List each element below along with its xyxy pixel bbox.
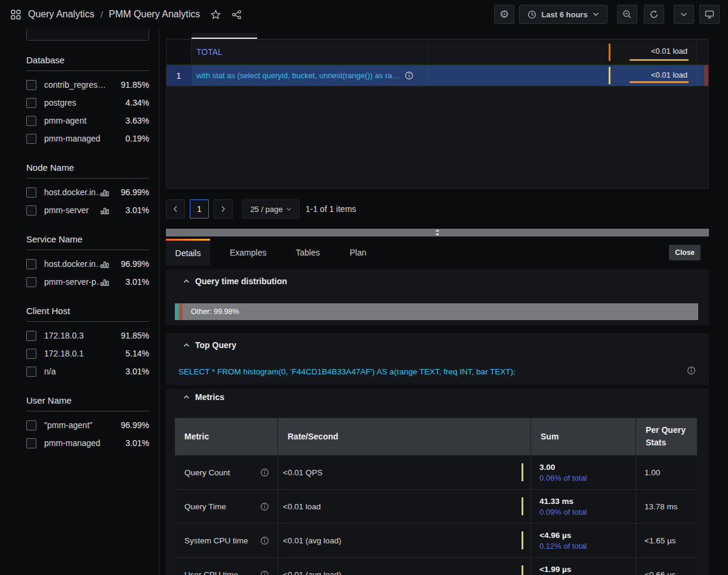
- page-1-button[interactable]: 1: [190, 199, 209, 219]
- sum-percent-link[interactable]: 0.09% of total: [539, 508, 636, 516]
- close-button[interactable]: Close: [669, 245, 701, 260]
- sidebar-scrollbar[interactable]: [159, 29, 159, 575]
- metric-per-query: 1.00: [644, 468, 660, 477]
- checkbox[interactable]: [26, 205, 36, 216]
- refresh-button[interactable]: [644, 5, 664, 24]
- query-text[interactable]: with stat as (select queryid, bucket, un…: [196, 71, 400, 80]
- section-header[interactable]: Top Query: [183, 340, 236, 350]
- zoom-out-button[interactable]: [617, 5, 637, 24]
- time-range-picker[interactable]: Last 6 hours: [519, 5, 607, 24]
- page-size-select[interactable]: 25 / page: [242, 199, 300, 219]
- breadcrumb-root[interactable]: Query Analytics: [28, 9, 94, 20]
- load-sparkline: [609, 67, 610, 84]
- checkbox[interactable]: [26, 187, 36, 198]
- row-number-cell: 1: [166, 65, 192, 86]
- bar-chart-icon[interactable]: [100, 206, 109, 215]
- metric-name: Query Count: [184, 468, 230, 477]
- checkbox[interactable]: [26, 277, 36, 287]
- filter-percent: 91.85%: [115, 331, 149, 340]
- filter-percent: 4.34%: [115, 98, 149, 107]
- section-header[interactable]: Metrics: [183, 392, 224, 402]
- metric-name: System CPU time: [184, 536, 248, 545]
- tab-details[interactable]: Details: [166, 239, 210, 266]
- filter-item-pmm-agent-user[interactable]: "pmm-agent" 96.99%: [26, 416, 149, 434]
- filter-label: contrib_regres…: [44, 80, 115, 90]
- metric-rate: <0.01 QPS: [283, 468, 322, 477]
- distribution-label: Other: 99.98%: [183, 308, 239, 316]
- monitor-icon: [705, 10, 714, 19]
- load-value: <0.01 load: [651, 47, 687, 56]
- section-header[interactable]: Query time distribution: [183, 276, 287, 286]
- query-cell[interactable]: with stat as (select queryid, bucket, un…: [192, 65, 428, 86]
- checkbox[interactable]: [26, 438, 36, 448]
- star-icon[interactable]: [211, 10, 221, 20]
- bar-chart-icon[interactable]: [100, 260, 109, 269]
- tab-examples[interactable]: Examples: [221, 239, 275, 266]
- filter-item-pmm-managed-user[interactable]: pmm-managed 3.01%: [26, 434, 149, 452]
- top-query-sql[interactable]: SELECT * FROM histogram(0, 'F44CD1B4B33A…: [178, 367, 516, 376]
- info-icon[interactable]: [260, 536, 269, 545]
- distribution-bar: Other: 99.98%: [175, 303, 698, 320]
- table-row-selected[interactable]: 1 with stat as (select queryid, bucket, …: [166, 65, 708, 87]
- end-cell: [696, 39, 708, 64]
- chevron-left-icon: [172, 205, 179, 213]
- checkbox[interactable]: [26, 259, 36, 269]
- checkbox[interactable]: [26, 80, 36, 90]
- column-header-sum: Sum: [530, 418, 636, 455]
- panel-resize-handle[interactable]: [166, 229, 709, 236]
- sum-percent-link[interactable]: 0.06% of total: [539, 473, 636, 482]
- collapse-caret-icon[interactable]: [183, 343, 190, 348]
- info-icon[interactable]: [260, 570, 269, 575]
- share-icon[interactable]: [232, 10, 242, 20]
- filter-percent: 3.01%: [115, 205, 149, 215]
- checkbox[interactable]: [26, 420, 36, 431]
- filter-item-contrib-regres[interactable]: contrib_regres… 91.85%: [26, 76, 149, 94]
- clock-icon: [528, 10, 536, 19]
- checkbox[interactable]: [26, 98, 36, 108]
- filter-item-host-docker-service[interactable]: host.docker.in… 96.99%: [26, 255, 149, 273]
- chevron-right-icon: [220, 205, 227, 213]
- prev-page-button[interactable]: [166, 199, 185, 219]
- collapse-caret-icon[interactable]: [183, 279, 190, 284]
- info-icon[interactable]: [687, 366, 696, 375]
- filter-item-pmm-managed[interactable]: pmm-managed 0.19%: [26, 130, 149, 147]
- refresh-icon: [649, 10, 659, 19]
- tv-mode-button[interactable]: [699, 5, 720, 24]
- dashboard-settings-button[interactable]: ⚙: [494, 5, 514, 24]
- column-header-rate: Rate/Second: [277, 418, 530, 455]
- metric-name: User CPU time: [184, 570, 238, 575]
- info-icon[interactable]: [405, 71, 414, 80]
- checkbox[interactable]: [26, 134, 36, 144]
- load-column-sort-tab[interactable]: [192, 33, 257, 39]
- load-cell: <0.01 load: [428, 39, 696, 64]
- info-icon[interactable]: [260, 502, 269, 511]
- checkbox[interactable]: [26, 349, 36, 359]
- table-row-total[interactable]: TOTAL <0.01 load: [166, 39, 708, 65]
- next-page-button[interactable]: [214, 199, 233, 219]
- filter-percent: 3.01%: [115, 277, 149, 287]
- filter-item-pmm-server[interactable]: pmm-server 3.01%: [26, 201, 149, 219]
- filter-item-host-docker[interactable]: host.docker.in… 96.99%: [26, 183, 149, 201]
- tab-plan[interactable]: Plan: [341, 239, 375, 266]
- sum-percent-link[interactable]: 0.12% of total: [539, 542, 636, 551]
- filter-item-na[interactable]: n/a 3.01%: [26, 362, 149, 380]
- tab-tables[interactable]: Tables: [286, 239, 328, 266]
- filter-item-postgres[interactable]: postgres 4.34%: [26, 94, 149, 112]
- section-title: Metrics: [195, 392, 224, 402]
- details-tab-bar: Details Examples Tables Plan Close: [166, 239, 709, 266]
- filter-section-user-name: User Name "pmm-agent" 96.99% pmm-managed…: [26, 394, 149, 452]
- checkbox[interactable]: [26, 116, 36, 126]
- info-icon[interactable]: [260, 468, 269, 477]
- filter-item-pmm-server-service[interactable]: pmm-server-p… 3.01%: [26, 273, 149, 291]
- refresh-interval-dropdown[interactable]: [674, 5, 694, 24]
- collapse-caret-icon[interactable]: [183, 395, 190, 399]
- bar-chart-icon[interactable]: [100, 188, 109, 197]
- checkbox[interactable]: [26, 367, 36, 377]
- checkbox[interactable]: [26, 331, 36, 341]
- bar-chart-icon[interactable]: [100, 278, 109, 287]
- filter-item-pmm-agent[interactable]: pmm-agent 3.63%: [26, 112, 149, 130]
- filter-item-172-18-0-3[interactable]: 172.18.0.3 91.85%: [26, 327, 149, 345]
- filter-item-172-18-0-1[interactable]: 172.18.0.1 5.14%: [26, 345, 149, 362]
- filter-section-title: Database: [26, 54, 149, 67]
- apps-grid-icon[interactable]: [11, 10, 21, 20]
